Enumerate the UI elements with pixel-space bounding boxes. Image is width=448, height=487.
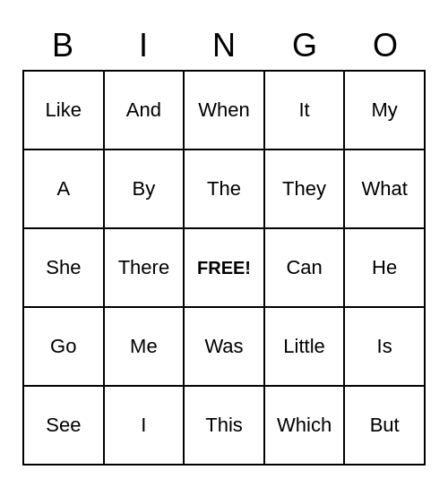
header-letter: I bbox=[103, 21, 184, 70]
bingo-cell: But bbox=[345, 387, 424, 464]
bingo-row: LikeAndWhenItMy bbox=[24, 72, 424, 150]
bingo-cell: Which bbox=[265, 387, 346, 464]
header-letter: G bbox=[264, 21, 345, 70]
bingo-cell: Was bbox=[185, 308, 265, 385]
bingo-cell: Little bbox=[265, 308, 346, 385]
bingo-row: AByTheTheyWhat bbox=[24, 150, 424, 229]
bingo-cell: FREE! bbox=[185, 229, 265, 306]
bingo-cell: By bbox=[105, 150, 185, 227]
bingo-row: GoMeWasLittleIs bbox=[24, 308, 424, 387]
bingo-cell: Like bbox=[24, 72, 105, 149]
bingo-cell: They bbox=[265, 150, 346, 227]
bingo-row: SeeIThisWhichBut bbox=[24, 387, 424, 464]
header-letter: N bbox=[184, 21, 264, 70]
bingo-cell: A bbox=[24, 150, 105, 227]
header-letter: O bbox=[345, 21, 426, 70]
bingo-cell: She bbox=[24, 229, 105, 306]
header-letter: B bbox=[22, 21, 103, 70]
bingo-cell: My bbox=[345, 72, 424, 149]
bingo-header: BINGO bbox=[22, 21, 426, 70]
bingo-cell: Me bbox=[105, 308, 185, 385]
bingo-cell: It bbox=[265, 72, 346, 149]
bingo-grid: LikeAndWhenItMyAByTheTheyWhatSheThereFRE… bbox=[22, 70, 426, 466]
bingo-cell: He bbox=[345, 229, 424, 306]
bingo-card: BINGO LikeAndWhenItMyAByTheTheyWhatSheTh… bbox=[22, 21, 426, 466]
bingo-cell: The bbox=[185, 150, 265, 227]
bingo-cell: What bbox=[345, 150, 424, 227]
bingo-cell: There bbox=[105, 229, 185, 306]
bingo-cell: Go bbox=[24, 308, 105, 385]
bingo-cell: Is bbox=[345, 308, 424, 385]
bingo-cell: This bbox=[185, 387, 265, 464]
bingo-cell: When bbox=[185, 72, 265, 149]
bingo-row: SheThereFREE!CanHe bbox=[24, 229, 424, 308]
bingo-cell: I bbox=[105, 387, 185, 464]
bingo-cell: And bbox=[105, 72, 185, 149]
bingo-cell: See bbox=[24, 387, 105, 464]
bingo-cell: Can bbox=[265, 229, 346, 306]
